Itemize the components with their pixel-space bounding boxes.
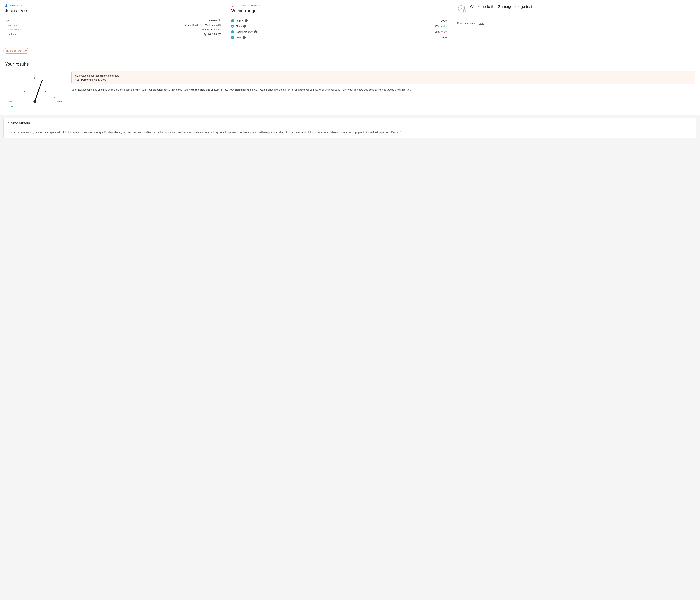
svg-line-35 [56, 109, 58, 109]
gauge-needle [35, 80, 42, 102]
gauge-container: 35 40 45 50 55 60 65 [5, 71, 65, 110]
personal-fields: Age:49 years oldReport type:SiPhox Healt… [5, 19, 221, 35]
about-body: Your GrimAge refers to your calculated e… [4, 127, 696, 138]
field-value: Mar 13, 11:08 AM [202, 28, 221, 31]
gauge-svg: 35 40 45 50 55 60 65 [5, 71, 65, 109]
tab-biological-age[interactable]: Biological Age Test [3, 48, 29, 54]
field-value: 49 years old [208, 19, 221, 22]
field-label: Report type: [5, 24, 18, 26]
svg-line-9 [10, 104, 12, 104]
gauge-label-60: 60 [53, 96, 55, 99]
info-icon[interactable]: i [243, 36, 246, 39]
wearable-rows: ✓ Activity i 100% ✓ Sleep i 80% ▲ +2% ✓ … [231, 19, 447, 39]
wearable-row-left: ✓ Heart Efficiency i [231, 30, 257, 33]
gauge-label-50: 50 [33, 74, 36, 77]
wearable-row-right: 66% [443, 36, 447, 39]
gauge-label-65: 65 [59, 100, 62, 103]
wearable-row-left: ✓ CGM i [231, 36, 246, 39]
delta-badge: ▼ -2% [441, 31, 447, 33]
result-alert: 4.15 years higher then chronological age… [71, 71, 695, 84]
wearable-metric-name: Activity [235, 19, 243, 22]
wearable-status: Within range [231, 8, 447, 16]
wearable-metric-name: Heart Efficiency [235, 30, 253, 33]
wearable-icon: 📊 [231, 4, 234, 7]
personal-data-card: 👤 Personal Data Joana Doe Age:49 years o… [0, 0, 226, 46]
check-icon: ✓ [231, 19, 234, 22]
wearable-data-card: 📊 Wearable Data Summary Within range ✓ A… [226, 0, 452, 46]
alert-line2: Your Percentile Rank: 20% [75, 78, 692, 81]
field-value: SiPhox Health Dna Methylation Kit [183, 24, 221, 26]
field-label: Result time: [5, 33, 18, 35]
info-icon[interactable]: i [243, 25, 246, 28]
patient-name: Joana Doe [5, 8, 221, 16]
info-row: Collection time:Mar 13, 11:08 AM [5, 28, 221, 31]
field-label: Collection time: [5, 28, 22, 31]
results-title: Your results [5, 61, 695, 67]
about-header[interactable]: ∨ About GrimAge [4, 118, 696, 127]
gauge-label-40: 40 [14, 96, 16, 99]
wearable-row-right: 100% [441, 19, 447, 22]
wearable-metric-value: 72% [435, 30, 440, 33]
wearable-row: ✓ Heart Efficiency i 72% ▼ -2% [231, 30, 447, 33]
info-icon[interactable]: i [245, 19, 248, 22]
wearable-row-left: ✓ Activity i [231, 19, 247, 22]
wearable-row: ✓ Sleep i 80% ▲ +2% [231, 25, 447, 28]
chevron-down-icon: ∨ [7, 121, 9, 124]
gauge-label-55: 55 [45, 90, 47, 92]
info-row: Result time:Apr 24, 3:34 AM [5, 33, 221, 35]
welcome-title: Welcome to the Grimage bioage test! [470, 4, 533, 9]
about-section: ∨ About GrimAge Your GrimAge refers to y… [3, 118, 697, 139]
wearable-row-right: 72% ▼ -2% [435, 30, 447, 33]
gauge-center [33, 100, 36, 103]
results-right: 4.15 years higher then chronological age… [71, 71, 695, 92]
wearable-label: 📊 Wearable Data Summary [231, 4, 447, 7]
field-label: Age: [5, 19, 10, 22]
info-icon[interactable]: i [254, 30, 257, 33]
welcome-link[interactable]: here [479, 22, 484, 25]
delta-badge: ▲ +2% [440, 25, 447, 27]
about-title: About GrimAge [11, 121, 30, 124]
welcome-card: Welcome to the Grimage bioage test! Read… [452, 0, 700, 46]
check-icon: ✓ [231, 25, 234, 28]
wearable-metric-value: 100% [441, 19, 447, 22]
svg-line-8 [10, 101, 12, 102]
personal-label: 👤 Personal Data [5, 4, 221, 7]
field-value: Apr 24, 3:34 AM [203, 33, 221, 35]
wearable-metric-value: 66% [443, 36, 447, 39]
wearable-row-right: 80% ▲ +2% [434, 25, 447, 28]
gauge-label-45: 45 [22, 90, 25, 92]
gauge-label-35: 35 [7, 100, 10, 103]
tabs-section: Biological Age Test [0, 46, 700, 56]
wearable-metric-name: CGM [235, 36, 241, 39]
wearable-row-left: ✓ Sleep i [231, 25, 246, 28]
wearable-metric-name: Sleep [235, 25, 242, 28]
welcome-icon [457, 4, 467, 16]
result-description: Dear user, it seems that time has been a… [71, 88, 695, 92]
personal-icon: 👤 [5, 4, 8, 7]
wearable-metric-value: 80% [434, 25, 439, 28]
svg-line-10 [11, 106, 12, 107]
check-icon: ✓ [231, 30, 234, 33]
results-section: Your results [0, 56, 700, 115]
check-icon: ✓ [231, 36, 234, 39]
info-row: Age:49 years old [5, 19, 221, 22]
welcome-body: Read more about it here. [457, 22, 695, 25]
info-row: Report type:SiPhox Health Dna Methylatio… [5, 24, 221, 26]
wearable-row: ✓ Activity i 100% [231, 19, 447, 22]
alert-line1: 4.15 years higher then chronological age [75, 74, 692, 77]
wearable-row: ✓ CGM i 66% [231, 36, 447, 39]
svg-line-11 [11, 108, 13, 109]
